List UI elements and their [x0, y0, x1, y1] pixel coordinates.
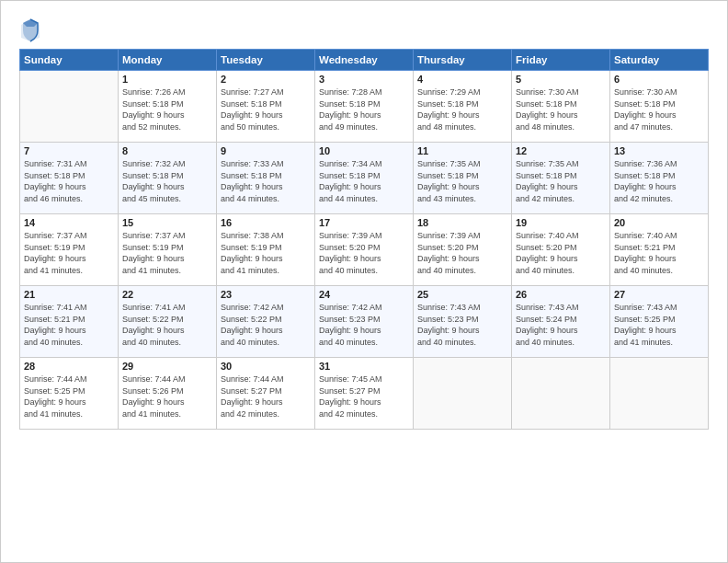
- day-number: 9: [221, 145, 311, 156]
- day-info: Sunrise: 7:34 AM Sunset: 5:18 PM Dayligh…: [319, 158, 409, 204]
- day-cell: [414, 358, 512, 430]
- day-info: Sunrise: 7:44 AM Sunset: 5:26 PM Dayligh…: [122, 373, 212, 419]
- header-cell-sunday: Sunday: [20, 50, 119, 71]
- day-cell: 12Sunrise: 7:35 AM Sunset: 5:18 PM Dayli…: [512, 143, 610, 214]
- day-number: 17: [319, 217, 409, 228]
- day-info: Sunrise: 7:42 AM Sunset: 5:23 PM Dayligh…: [319, 302, 409, 348]
- day-info: Sunrise: 7:30 AM Sunset: 5:18 PM Dayligh…: [614, 86, 704, 132]
- day-info: Sunrise: 7:38 AM Sunset: 5:19 PM Dayligh…: [221, 230, 311, 276]
- day-number: 26: [516, 289, 606, 300]
- day-number: 6: [614, 74, 704, 85]
- week-row-1: 1Sunrise: 7:26 AM Sunset: 5:18 PM Daylig…: [20, 71, 709, 143]
- day-number: 24: [319, 289, 409, 300]
- day-number: 18: [417, 217, 507, 228]
- day-info: Sunrise: 7:35 AM Sunset: 5:18 PM Dayligh…: [516, 158, 606, 204]
- day-info: Sunrise: 7:35 AM Sunset: 5:18 PM Dayligh…: [417, 158, 507, 204]
- day-cell: 19Sunrise: 7:40 AM Sunset: 5:20 PM Dayli…: [512, 214, 610, 286]
- day-cell: 26Sunrise: 7:43 AM Sunset: 5:24 PM Dayli…: [512, 286, 610, 358]
- day-number: 16: [221, 217, 311, 228]
- week-row-4: 21Sunrise: 7:41 AM Sunset: 5:21 PM Dayli…: [20, 286, 709, 358]
- day-cell: 24Sunrise: 7:42 AM Sunset: 5:23 PM Dayli…: [315, 286, 414, 358]
- day-info: Sunrise: 7:40 AM Sunset: 5:21 PM Dayligh…: [614, 230, 704, 276]
- day-info: Sunrise: 7:41 AM Sunset: 5:21 PM Dayligh…: [24, 302, 114, 348]
- day-info: Sunrise: 7:37 AM Sunset: 5:19 PM Dayligh…: [24, 230, 114, 276]
- day-number: 5: [516, 74, 606, 85]
- day-info: Sunrise: 7:37 AM Sunset: 5:19 PM Dayligh…: [122, 230, 212, 276]
- day-cell: 30Sunrise: 7:44 AM Sunset: 5:27 PM Dayli…: [217, 358, 315, 430]
- header: [19, 17, 709, 43]
- day-number: 31: [319, 361, 409, 372]
- day-cell: 18Sunrise: 7:39 AM Sunset: 5:20 PM Dayli…: [414, 214, 512, 286]
- day-cell: 1Sunrise: 7:26 AM Sunset: 5:18 PM Daylig…: [119, 71, 217, 143]
- day-info: Sunrise: 7:41 AM Sunset: 5:22 PM Dayligh…: [122, 302, 212, 348]
- day-number: 3: [319, 74, 409, 85]
- day-cell: 6Sunrise: 7:30 AM Sunset: 5:18 PM Daylig…: [610, 71, 709, 143]
- day-info: Sunrise: 7:43 AM Sunset: 5:23 PM Dayligh…: [417, 302, 507, 348]
- header-cell-wednesday: Wednesday: [315, 50, 414, 71]
- day-cell: 3Sunrise: 7:28 AM Sunset: 5:18 PM Daylig…: [315, 71, 414, 143]
- day-info: Sunrise: 7:42 AM Sunset: 5:22 PM Dayligh…: [221, 302, 311, 348]
- day-cell: 22Sunrise: 7:41 AM Sunset: 5:22 PM Dayli…: [119, 286, 217, 358]
- week-row-3: 14Sunrise: 7:37 AM Sunset: 5:19 PM Dayli…: [20, 214, 709, 286]
- day-number: 20: [614, 217, 704, 228]
- day-cell: 9Sunrise: 7:33 AM Sunset: 5:18 PM Daylig…: [217, 143, 315, 214]
- header-row: SundayMondayTuesdayWednesdayThursdayFrid…: [20, 50, 709, 71]
- day-number: 4: [417, 74, 507, 85]
- day-info: Sunrise: 7:45 AM Sunset: 5:27 PM Dayligh…: [319, 373, 409, 419]
- day-info: Sunrise: 7:36 AM Sunset: 5:18 PM Dayligh…: [614, 158, 704, 204]
- header-cell-tuesday: Tuesday: [217, 50, 315, 71]
- header-cell-friday: Friday: [512, 50, 610, 71]
- day-info: Sunrise: 7:44 AM Sunset: 5:27 PM Dayligh…: [221, 373, 311, 419]
- day-cell: 7Sunrise: 7:31 AM Sunset: 5:18 PM Daylig…: [20, 143, 119, 214]
- day-info: Sunrise: 7:39 AM Sunset: 5:20 PM Dayligh…: [417, 230, 507, 276]
- day-cell: 5Sunrise: 7:30 AM Sunset: 5:18 PM Daylig…: [512, 71, 610, 143]
- calendar-header: SundayMondayTuesdayWednesdayThursdayFrid…: [20, 50, 709, 71]
- calendar-body: 1Sunrise: 7:26 AM Sunset: 5:18 PM Daylig…: [20, 71, 709, 430]
- day-cell: [512, 358, 610, 430]
- day-info: Sunrise: 7:29 AM Sunset: 5:18 PM Dayligh…: [417, 86, 507, 132]
- day-info: Sunrise: 7:44 AM Sunset: 5:25 PM Dayligh…: [24, 373, 114, 419]
- day-cell: 4Sunrise: 7:29 AM Sunset: 5:18 PM Daylig…: [414, 71, 512, 143]
- day-info: Sunrise: 7:33 AM Sunset: 5:18 PM Dayligh…: [221, 158, 311, 204]
- day-info: Sunrise: 7:32 AM Sunset: 5:18 PM Dayligh…: [122, 158, 212, 204]
- day-cell: 20Sunrise: 7:40 AM Sunset: 5:21 PM Dayli…: [610, 214, 709, 286]
- day-cell: 13Sunrise: 7:36 AM Sunset: 5:18 PM Dayli…: [610, 143, 709, 214]
- header-cell-thursday: Thursday: [414, 50, 512, 71]
- calendar-page: SundayMondayTuesdayWednesdayThursdayFrid…: [0, 0, 728, 563]
- day-number: 13: [614, 145, 704, 156]
- calendar-table: SundayMondayTuesdayWednesdayThursdayFrid…: [19, 49, 709, 430]
- day-number: 25: [417, 289, 507, 300]
- day-cell: 27Sunrise: 7:43 AM Sunset: 5:25 PM Dayli…: [610, 286, 709, 358]
- day-number: 19: [516, 217, 606, 228]
- day-cell: 29Sunrise: 7:44 AM Sunset: 5:26 PM Dayli…: [119, 358, 217, 430]
- day-number: 29: [122, 361, 212, 372]
- day-number: 15: [122, 217, 212, 228]
- day-number: 28: [24, 361, 114, 372]
- day-info: Sunrise: 7:43 AM Sunset: 5:24 PM Dayligh…: [516, 302, 606, 348]
- day-cell: 21Sunrise: 7:41 AM Sunset: 5:21 PM Dayli…: [20, 286, 119, 358]
- day-number: 30: [221, 361, 311, 372]
- day-cell: 23Sunrise: 7:42 AM Sunset: 5:22 PM Dayli…: [217, 286, 315, 358]
- day-info: Sunrise: 7:31 AM Sunset: 5:18 PM Dayligh…: [24, 158, 114, 204]
- day-info: Sunrise: 7:39 AM Sunset: 5:20 PM Dayligh…: [319, 230, 409, 276]
- day-number: 21: [24, 289, 114, 300]
- day-info: Sunrise: 7:26 AM Sunset: 5:18 PM Dayligh…: [122, 86, 212, 132]
- day-info: Sunrise: 7:40 AM Sunset: 5:20 PM Dayligh…: [516, 230, 606, 276]
- day-number: 1: [122, 74, 212, 85]
- logo-icon: [19, 17, 41, 43]
- header-cell-monday: Monday: [119, 50, 217, 71]
- day-cell: 31Sunrise: 7:45 AM Sunset: 5:27 PM Dayli…: [315, 358, 414, 430]
- day-number: 11: [417, 145, 507, 156]
- day-cell: 10Sunrise: 7:34 AM Sunset: 5:18 PM Dayli…: [315, 143, 414, 214]
- day-cell: 17Sunrise: 7:39 AM Sunset: 5:20 PM Dayli…: [315, 214, 414, 286]
- day-cell: 25Sunrise: 7:43 AM Sunset: 5:23 PM Dayli…: [414, 286, 512, 358]
- day-number: 8: [122, 145, 212, 156]
- day-cell: 28Sunrise: 7:44 AM Sunset: 5:25 PM Dayli…: [20, 358, 119, 430]
- day-number: 12: [516, 145, 606, 156]
- day-info: Sunrise: 7:27 AM Sunset: 5:18 PM Dayligh…: [221, 86, 311, 132]
- day-number: 10: [319, 145, 409, 156]
- day-cell: 16Sunrise: 7:38 AM Sunset: 5:19 PM Dayli…: [217, 214, 315, 286]
- day-number: 23: [221, 289, 311, 300]
- week-row-2: 7Sunrise: 7:31 AM Sunset: 5:18 PM Daylig…: [20, 143, 709, 214]
- day-number: 27: [614, 289, 704, 300]
